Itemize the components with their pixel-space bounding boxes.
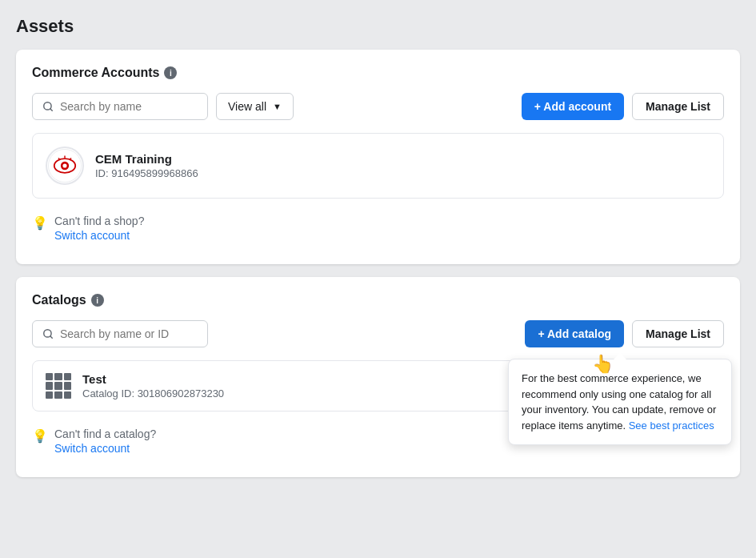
- catalogs-info-icon[interactable]: i: [91, 294, 104, 307]
- account-info: CEM Training ID: 916495899968866: [95, 152, 198, 179]
- switch-account-link[interactable]: Switch account: [54, 229, 144, 242]
- view-all-dropdown[interactable]: View all ▼: [216, 93, 294, 120]
- svg-line-10: [50, 336, 53, 339]
- commerce-accounts-toolbar: View all ▼ + Add account Manage List: [32, 93, 724, 120]
- account-name: CEM Training: [95, 152, 198, 166]
- manage-list-button[interactable]: Manage List: [632, 93, 724, 120]
- chevron-down-icon: ▼: [273, 102, 282, 111]
- catalogs-toolbar: + Add catalog Manage List 👆 For the best…: [32, 320, 724, 347]
- commerce-accounts-section: Commerce Accounts i View all ▼ + Add acc…: [16, 50, 740, 264]
- cant-find-shop: 💡 Can't find a shop? Switch account: [32, 208, 724, 248]
- catalog-search-icon: [42, 328, 54, 339]
- catalogs-section: Catalogs i + Add catalog Manage List 👆 F…: [16, 277, 740, 477]
- catalog-name: Test: [82, 372, 224, 386]
- catalogs-title: Catalogs: [32, 293, 86, 307]
- catalogs-manage-list-button[interactable]: Manage List: [632, 320, 724, 347]
- search-input[interactable]: [60, 100, 198, 113]
- commerce-accounts-header: Commerce Accounts i: [32, 66, 724, 80]
- switch-catalog-account-link[interactable]: Switch account: [54, 442, 156, 455]
- search-icon: [42, 101, 54, 112]
- tooltip-arrow: [614, 353, 626, 359]
- account-item: CEM Training ID: 916495899968866: [32, 133, 724, 199]
- tooltip-box: For the best commerce experience, we rec…: [508, 359, 732, 445]
- catalogs-search-box[interactable]: [32, 320, 208, 347]
- catalogs-toolbar-actions: + Add catalog Manage List: [525, 320, 724, 347]
- catalog-search-input[interactable]: [60, 327, 198, 340]
- see-best-practices-link[interactable]: See best practices: [629, 420, 714, 432]
- add-account-button[interactable]: + Add account: [522, 93, 624, 120]
- account-id: ID: 916495899968866: [95, 167, 198, 179]
- commerce-accounts-info-icon[interactable]: i: [164, 66, 177, 79]
- toolbar-actions: + Add account Manage List: [522, 93, 724, 120]
- commerce-search-box[interactable]: [32, 93, 208, 120]
- page-title: Assets: [16, 16, 740, 37]
- add-catalog-button[interactable]: + Add catalog: [525, 320, 624, 347]
- lightbulb-icon: 💡: [32, 215, 48, 231]
- lightbulb-catalog-icon: 💡: [32, 428, 48, 444]
- commerce-accounts-title: Commerce Accounts: [32, 66, 159, 80]
- catalog-info: Test Catalog ID: 301806902873230: [82, 372, 224, 399]
- catalog-grid-icon: [46, 373, 71, 399]
- catalogs-header: Catalogs i: [32, 293, 724, 307]
- svg-line-1: [50, 109, 53, 111]
- svg-point-5: [62, 163, 66, 167]
- catalog-id: Catalog ID: 301806902873230: [82, 387, 224, 399]
- account-logo: [46, 147, 84, 185]
